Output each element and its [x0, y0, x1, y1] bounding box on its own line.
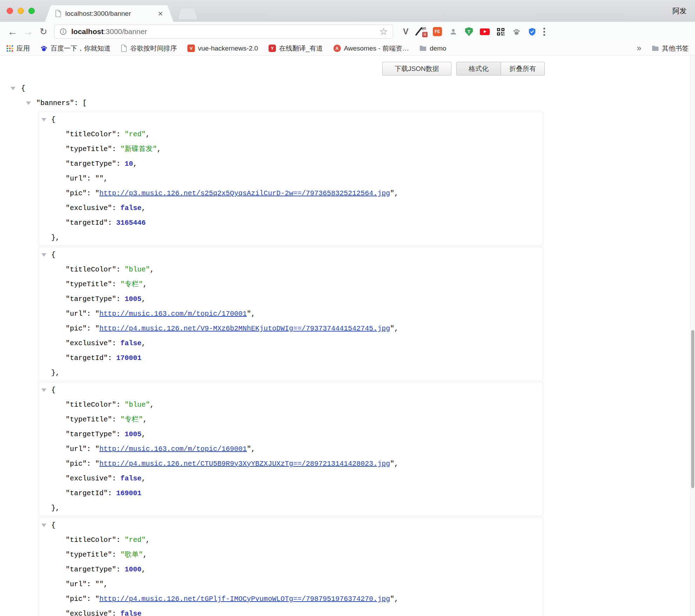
bookmark-star-icon[interactable]: ☆ [379, 27, 388, 37]
folder-icon [652, 45, 659, 51]
reload-button[interactable]: ↻ [36, 27, 51, 36]
json-number: 1005 [125, 430, 141, 438]
json-link[interactable]: http://p3.music.126.net/s25q2x5QyqsAzilC… [99, 189, 390, 197]
collapse-triangle-icon[interactable] [41, 524, 46, 527]
json-line: "exclusive": false, [39, 201, 543, 216]
json-line: }, [39, 501, 543, 516]
json-line: "exclusive": false, [39, 336, 543, 351]
bookmark-apps[interactable]: 应用 [6, 44, 30, 53]
profile-name[interactable]: 阿发 [673, 6, 687, 16]
vimium-extension-icon[interactable]: V [401, 27, 411, 37]
scrollbar-track[interactable] [690, 55, 695, 616]
quote: " [95, 325, 99, 333]
shield-check-icon [528, 27, 536, 36]
maximize-window-button[interactable] [28, 8, 35, 14]
quote: " [247, 445, 251, 453]
bookmark-google-sort[interactable]: 谷歌按时间排序 [121, 44, 177, 53]
json-link[interactable]: http://music.163.com/m/topic/170001 [99, 310, 247, 318]
navigation-toolbar: ← → ↻ localhost:3000/banner ☆ V en 英 FE [0, 22, 695, 41]
bookmark-label: 其他书签 [662, 44, 689, 53]
json-line: "targetType": 1005, [39, 427, 543, 442]
quote: " [95, 595, 99, 603]
json-link[interactable]: http://p4.music.126.net/V9-MXz6b2MNhEKju… [99, 325, 390, 333]
collapse-triangle-icon[interactable] [41, 388, 46, 392]
json-line: "pic": "http://p4.music.126.net/V9-MXz6b… [39, 321, 543, 336]
youtube-extension-icon[interactable] [480, 27, 490, 37]
json-string: "专栏" [120, 415, 143, 424]
bookmarks-overflow-chevron[interactable]: » [637, 44, 641, 53]
json-line: { [0, 81, 695, 96]
format-button[interactable]: 格式化 [456, 62, 501, 76]
bookmark-label: vue-hackernews-2.0 [198, 45, 258, 52]
json-empty-string: "" [95, 580, 104, 588]
browser-menu-icon[interactable] [543, 31, 545, 33]
quote: " [95, 189, 99, 197]
extension-icons: V en 英 FE T [401, 27, 537, 37]
bookmark-other-bookmarks[interactable]: 其他书签 [652, 44, 689, 53]
person-extension-icon[interactable] [448, 27, 458, 37]
forward-button: → [20, 27, 36, 37]
address-bar[interactable]: localhost:3000/banner ☆ [54, 25, 393, 39]
new-tab-button[interactable] [178, 8, 197, 19]
back-button[interactable]: ← [5, 27, 20, 37]
green-shield-extension-icon[interactable]: T [464, 27, 474, 37]
qr-icon [497, 28, 505, 36]
json-link[interactable]: http://p4.music.126.net/CTU5B9R9y3XyYBZX… [99, 460, 390, 468]
json-line: "pic": "http://p4.music.126.net/tGPljf-I… [39, 592, 543, 607]
page-content: 下载JSON数据 格式化 折叠所有 {"banners": [{"titleCo… [0, 55, 695, 616]
baidu-paw-icon [40, 45, 47, 52]
close-window-button[interactable] [7, 8, 13, 14]
json-link[interactable]: http://music.163.com/m/topic/169001 [99, 445, 247, 453]
page-favicon-icon [55, 10, 61, 17]
blue-shield-extension-icon[interactable] [527, 27, 537, 37]
json-string: "专栏" [120, 280, 143, 288]
page-info-icon[interactable] [59, 28, 67, 35]
translate-extension-icon[interactable]: en 英 [417, 27, 426, 37]
json-link[interactable]: http://p4.music.126.net/tGPljf-IMOCyPvum… [99, 595, 390, 603]
tab-close-icon[interactable]: × [158, 9, 163, 18]
json-line: "url": "", [39, 171, 543, 186]
awesomes-icon: A [333, 45, 341, 52]
json-number: 1005 [125, 295, 141, 303]
quote: " [247, 310, 251, 318]
json-number: 169001 [116, 489, 141, 497]
traffic-lights [7, 8, 35, 14]
quote: " [390, 460, 394, 468]
bookmark-baidu[interactable]: 百度一下，你就知道 [40, 44, 111, 53]
browser-tab[interactable]: localhost:3000/banner × [45, 5, 173, 22]
json-object-box: {"titleColor": "blue","typeTitle": "专栏",… [39, 382, 543, 516]
bookmark-awesomes[interactable]: A Awesomes - 前端资… [333, 44, 409, 53]
fehelper-extension-icon[interactable]: FE [432, 27, 442, 37]
minimize-window-button[interactable] [18, 8, 24, 14]
json-line: "pic": "http://p3.music.126.net/s25q2x5Q… [39, 186, 543, 201]
qrcode-extension-icon[interactable] [496, 27, 505, 37]
collapse-triangle-icon[interactable] [41, 118, 46, 122]
collapse-triangle-icon[interactable] [26, 101, 31, 105]
bookmark-folder-demo[interactable]: demo [419, 45, 446, 52]
download-json-button[interactable]: 下载JSON数据 [382, 62, 451, 76]
json-line: { [39, 248, 543, 262]
json-line: }, [39, 366, 543, 380]
bookmark-youdao-translate[interactable]: Y 在线翻译_有道 [269, 44, 323, 53]
url-host: localhost [71, 27, 104, 35]
json-number: 1000 [125, 565, 141, 574]
collapse-triangle-icon[interactable] [11, 87, 15, 90]
collapse-triangle-icon[interactable] [41, 253, 46, 257]
bookmark-label: 百度一下，你就知道 [51, 44, 111, 53]
json-line: "typeTitle": "歌单", [39, 548, 543, 562]
bookmark-vue-hackernews[interactable]: V vue-hackernews-2.0 [187, 45, 258, 52]
shield-letter: T [465, 27, 473, 36]
url-text[interactable]: localhost:3000/banner [71, 27, 147, 36]
collapse-all-button[interactable]: 折叠所有 [501, 62, 545, 76]
bookmark-label: Awesomes - 前端资… [344, 44, 409, 53]
json-line: { [39, 112, 543, 127]
quote: " [390, 189, 394, 197]
translate-cn-label: 英 [422, 32, 428, 37]
paw-extension-icon[interactable] [511, 27, 521, 37]
json-line: "exclusive": false [39, 607, 543, 616]
bookmark-label: 应用 [16, 44, 30, 53]
json-line: "url": "", [39, 577, 543, 592]
json-line: "titleColor": "blue", [39, 262, 543, 277]
json-line: "targetId": 170001 [39, 351, 543, 366]
scrollbar-thumb[interactable] [691, 330, 694, 488]
